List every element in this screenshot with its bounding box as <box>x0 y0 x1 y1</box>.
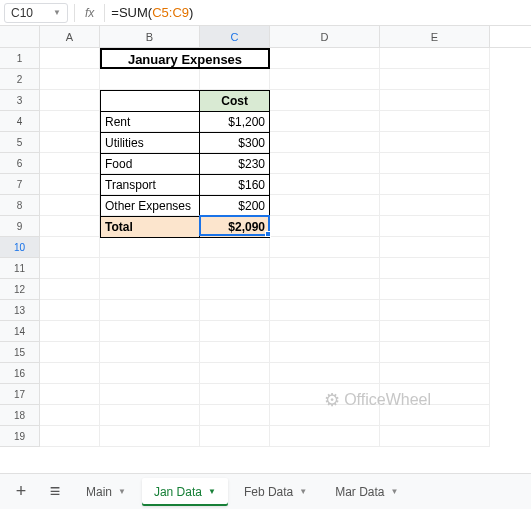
cell[interactable] <box>380 300 490 321</box>
cell[interactable] <box>380 174 490 195</box>
cell[interactable] <box>380 342 490 363</box>
cell[interactable] <box>380 69 490 90</box>
cell[interactable] <box>40 90 100 111</box>
table-row-value[interactable]: $300 <box>200 133 270 154</box>
table-row-value[interactable]: $230 <box>200 154 270 175</box>
cell[interactable] <box>100 237 200 258</box>
cell[interactable] <box>270 111 380 132</box>
cell[interactable] <box>40 321 100 342</box>
row-header[interactable]: 6 <box>0 153 40 174</box>
cell[interactable] <box>40 69 100 90</box>
cell[interactable] <box>270 237 380 258</box>
row-header[interactable]: 3 <box>0 90 40 111</box>
row-header[interactable]: 10 <box>0 237 40 258</box>
cell[interactable] <box>100 69 200 90</box>
sheet-tab-mar-data[interactable]: Mar Data▼ <box>323 478 410 506</box>
cell[interactable] <box>380 90 490 111</box>
row-header[interactable]: 14 <box>0 321 40 342</box>
cell[interactable] <box>40 48 100 69</box>
col-header-b[interactable]: B <box>100 26 200 47</box>
sheet-tab-jan-data[interactable]: Jan Data▼ <box>142 478 228 506</box>
row-header[interactable]: 17 <box>0 384 40 405</box>
col-header-e[interactable]: E <box>380 26 490 47</box>
cell[interactable] <box>200 342 270 363</box>
cell[interactable] <box>40 174 100 195</box>
table-row-label[interactable]: Transport <box>101 175 200 196</box>
row-header[interactable]: 9 <box>0 216 40 237</box>
cell[interactable] <box>200 237 270 258</box>
total-value[interactable]: $2,090 <box>200 217 270 238</box>
select-all-corner[interactable] <box>0 26 40 47</box>
cell[interactable] <box>380 321 490 342</box>
col-header-d[interactable]: D <box>270 26 380 47</box>
cell[interactable] <box>200 258 270 279</box>
table-header-cost[interactable]: Cost <box>200 91 270 112</box>
row-header[interactable]: 12 <box>0 279 40 300</box>
cell[interactable] <box>100 279 200 300</box>
spreadsheet-grid[interactable]: A B C D E 12345678910111213141516171819 … <box>0 26 531 466</box>
title-cell[interactable]: January Expenses <box>100 48 270 69</box>
cell[interactable] <box>200 279 270 300</box>
cell[interactable] <box>380 258 490 279</box>
cell[interactable] <box>380 195 490 216</box>
cell[interactable] <box>270 279 380 300</box>
cell[interactable] <box>270 321 380 342</box>
cell[interactable] <box>100 363 200 384</box>
cell[interactable] <box>270 132 380 153</box>
cell[interactable] <box>100 384 200 405</box>
cell[interactable] <box>380 426 490 447</box>
cell[interactable] <box>270 216 380 237</box>
table-row-value[interactable]: $160 <box>200 175 270 196</box>
cell[interactable] <box>380 237 490 258</box>
cell[interactable] <box>40 216 100 237</box>
cell[interactable] <box>200 405 270 426</box>
cell[interactable] <box>200 69 270 90</box>
cell[interactable] <box>270 426 380 447</box>
table-row-label[interactable]: Other Expenses <box>101 196 200 217</box>
cell[interactable] <box>40 279 100 300</box>
cell[interactable] <box>100 342 200 363</box>
table-header-blank[interactable] <box>101 91 200 112</box>
cell[interactable] <box>380 132 490 153</box>
cell[interactable] <box>270 153 380 174</box>
cell[interactable] <box>40 237 100 258</box>
cell[interactable] <box>40 195 100 216</box>
table-row-value[interactable]: $200 <box>200 196 270 217</box>
formula-input[interactable]: =SUM(C5:C9) <box>111 5 193 20</box>
row-header[interactable]: 11 <box>0 258 40 279</box>
cell[interactable] <box>380 216 490 237</box>
cell[interactable] <box>40 300 100 321</box>
row-header[interactable]: 5 <box>0 132 40 153</box>
cell[interactable] <box>270 363 380 384</box>
cell[interactable] <box>100 426 200 447</box>
cell[interactable] <box>40 111 100 132</box>
cell[interactable] <box>270 69 380 90</box>
table-row-label[interactable]: Utilities <box>101 133 200 154</box>
row-header[interactable]: 1 <box>0 48 40 69</box>
cell[interactable] <box>200 384 270 405</box>
row-header[interactable]: 13 <box>0 300 40 321</box>
row-header[interactable]: 7 <box>0 174 40 195</box>
cell[interactable] <box>40 153 100 174</box>
cell[interactable] <box>380 153 490 174</box>
cell[interactable] <box>380 279 490 300</box>
table-row-label[interactable]: Food <box>101 154 200 175</box>
cell[interactable] <box>200 426 270 447</box>
row-header[interactable]: 8 <box>0 195 40 216</box>
cell[interactable] <box>200 300 270 321</box>
cell[interactable] <box>200 321 270 342</box>
cell[interactable] <box>100 405 200 426</box>
cell[interactable] <box>380 363 490 384</box>
cell[interactable] <box>270 195 380 216</box>
cell[interactable] <box>40 405 100 426</box>
total-label[interactable]: Total <box>101 217 200 238</box>
sheet-tab-feb-data[interactable]: Feb Data▼ <box>232 478 319 506</box>
cell[interactable] <box>270 90 380 111</box>
all-sheets-button[interactable]: ≡ <box>40 478 70 506</box>
sheet-tab-main[interactable]: Main▼ <box>74 478 138 506</box>
row-header[interactable]: 16 <box>0 363 40 384</box>
cell[interactable] <box>270 342 380 363</box>
cell[interactable] <box>40 258 100 279</box>
table-row-value[interactable]: $1,200 <box>200 112 270 133</box>
cell[interactable] <box>270 174 380 195</box>
